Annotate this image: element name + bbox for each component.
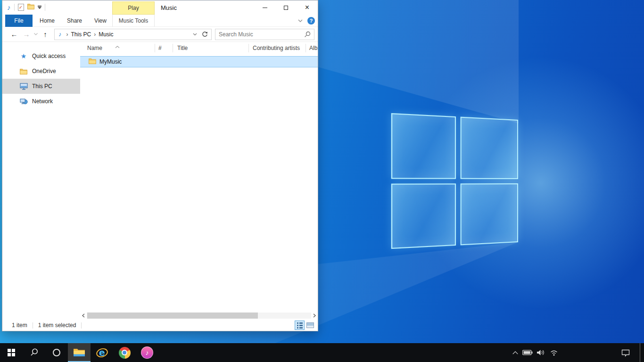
taskbar-file-explorer-button[interactable] xyxy=(68,343,91,362)
windows-logo xyxy=(391,113,518,249)
column-header-title[interactable]: Title xyxy=(173,44,249,52)
scroll-left-icon[interactable] xyxy=(82,313,85,318)
tab-share[interactable]: Share xyxy=(63,15,86,27)
recent-locations-button[interactable] xyxy=(33,33,39,35)
minimize-button[interactable] xyxy=(254,0,275,15)
tab-play[interactable]: Play xyxy=(112,1,155,15)
selection-count: 1 item selected xyxy=(38,322,76,329)
address-dropdown-button[interactable] xyxy=(190,33,200,36)
customize-quick-access-button[interactable] xyxy=(38,6,41,9)
volume-indicator[interactable] xyxy=(534,343,547,362)
battery-icon xyxy=(522,350,533,355)
start-button[interactable] xyxy=(0,343,23,362)
large-icons-view-button[interactable] xyxy=(305,321,315,330)
tab-home[interactable]: Home xyxy=(35,15,59,27)
taskbar: e ♪ xyxy=(0,343,644,362)
file-name: MyMusic xyxy=(99,58,122,65)
expand-ribbon-button[interactable] xyxy=(298,17,303,24)
quick-access-star-icon: ★ xyxy=(19,52,28,60)
help-button[interactable]: ? xyxy=(307,17,315,25)
taskbar-chrome-button[interactable] xyxy=(113,343,136,362)
battery-indicator[interactable] xyxy=(521,343,534,362)
up-button[interactable]: ↑ xyxy=(39,30,51,38)
window-title: Music xyxy=(161,4,177,11)
file-rows: MyMusic xyxy=(80,56,318,67)
breadcrumb-separator-icon: › xyxy=(66,31,68,38)
breadcrumb-music[interactable]: Music xyxy=(99,31,113,38)
cortana-button[interactable] xyxy=(45,343,68,362)
search-box[interactable] xyxy=(215,29,314,40)
action-center-icon xyxy=(621,349,630,357)
tab-music-tools[interactable]: Music Tools xyxy=(112,15,155,27)
explorer-content: ★ Quick access OneDrive This PC Network xyxy=(2,42,318,320)
navigation-toolbar: ← → ↑ ♪ › This PC › Music xyxy=(2,27,318,42)
breadcrumb-this-pc[interactable]: This PC xyxy=(71,31,91,38)
column-header-number[interactable]: # xyxy=(155,44,173,52)
chrome-icon xyxy=(119,347,131,359)
refresh-button[interactable] xyxy=(200,31,211,37)
svg-text:e: e xyxy=(99,347,105,358)
separator xyxy=(81,322,82,329)
forward-button[interactable]: → xyxy=(20,30,33,38)
details-view-button[interactable] xyxy=(295,321,305,330)
scrollbar-track[interactable] xyxy=(87,313,311,319)
tab-view[interactable]: View xyxy=(90,15,111,27)
sidebar-item-this-pc[interactable]: This PC xyxy=(2,79,80,94)
separator xyxy=(45,4,45,11)
separator xyxy=(14,4,15,11)
windows-logo-pane xyxy=(391,183,456,249)
window-controls: × xyxy=(254,0,318,15)
address-bar[interactable]: ♪ › This PC › Music xyxy=(54,29,212,40)
new-folder-button[interactable] xyxy=(27,3,34,11)
close-icon: × xyxy=(305,4,309,11)
network-indicator[interactable] xyxy=(547,343,561,362)
windows-logo-pane xyxy=(391,113,456,179)
file-explorer-icon xyxy=(73,348,85,357)
file-explorer-window: ♪ ✓ Play Music × File Home Share View Mu… xyxy=(2,0,318,331)
folder-icon xyxy=(19,68,28,74)
chevron-up-icon xyxy=(512,351,519,355)
taskbar-internet-explorer-button[interactable]: e xyxy=(91,343,113,362)
itunes-icon: ♪ xyxy=(141,346,153,359)
column-header-album[interactable]: Alb xyxy=(306,44,318,52)
maximize-button[interactable] xyxy=(275,0,297,15)
network-icon xyxy=(19,98,28,105)
speaker-icon xyxy=(537,349,545,356)
sidebar-item-onedrive[interactable]: OneDrive xyxy=(2,64,80,79)
sidebar-item-label: OneDrive xyxy=(32,68,56,74)
horizontal-scrollbar[interactable] xyxy=(80,312,318,320)
show-hidden-icons-button[interactable] xyxy=(510,343,521,362)
quick-access-toolbar: ♪ ✓ xyxy=(7,3,45,11)
maximize-icon xyxy=(284,6,288,10)
wifi-icon xyxy=(550,349,558,356)
ribbon-tabs: File Home Share View Music Tools ? xyxy=(2,15,318,27)
back-button[interactable]: ← xyxy=(8,30,20,38)
scroll-right-icon[interactable] xyxy=(313,313,316,318)
search-icon xyxy=(29,348,39,357)
details-view-icon xyxy=(297,322,303,329)
column-header-contributing-artists[interactable]: Contributing artists xyxy=(249,44,306,52)
internet-explorer-icon: e xyxy=(96,346,108,359)
title-bar[interactable]: ♪ ✓ Play Music × xyxy=(2,0,318,15)
breadcrumb-separator-icon: › xyxy=(94,31,96,38)
properties-button[interactable]: ✓ xyxy=(18,4,24,11)
search-input[interactable] xyxy=(219,31,304,38)
sidebar-item-quick-access[interactable]: ★ Quick access xyxy=(2,49,80,64)
navigation-pane: ★ Quick access OneDrive This PC Network xyxy=(2,42,80,320)
taskbar-itunes-button[interactable]: ♪ xyxy=(136,343,158,362)
close-button[interactable]: × xyxy=(297,0,318,15)
item-count: 1 item xyxy=(12,322,27,329)
file-row-mymusic[interactable]: MyMusic xyxy=(80,56,318,67)
scrollbar-thumb[interactable] xyxy=(87,313,258,319)
separator xyxy=(33,322,33,329)
action-center-button[interactable] xyxy=(616,343,635,362)
show-desktop-button[interactable] xyxy=(640,343,644,362)
system-tray xyxy=(503,343,644,362)
windows-start-icon xyxy=(8,349,15,356)
search-icon[interactable] xyxy=(304,31,311,38)
view-switcher xyxy=(295,321,315,330)
sidebar-item-network[interactable]: Network xyxy=(2,94,80,109)
tab-file[interactable]: File xyxy=(5,15,33,27)
taskbar-search-button[interactable] xyxy=(23,343,45,362)
sidebar-item-label: Quick access xyxy=(32,53,66,59)
